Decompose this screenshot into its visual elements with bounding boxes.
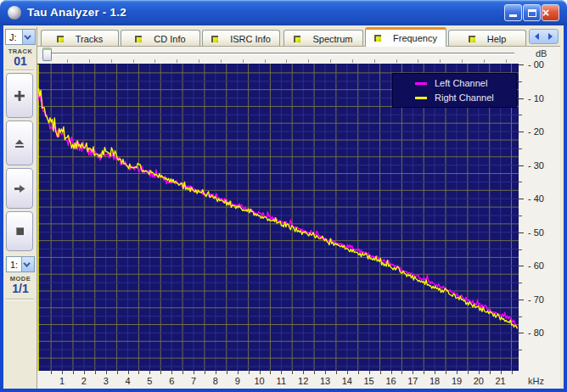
top-ruler-tick (286, 59, 287, 63)
khz-tick (117, 371, 118, 374)
khz-tick (171, 371, 172, 374)
db-tick-minor (519, 283, 522, 283)
close-button[interactable]: × (542, 4, 559, 21)
window-title: Tau Analyzer - 1.2 (27, 6, 126, 19)
tab-cd-info[interactable]: CD Info (121, 30, 200, 47)
position-slider-thumb[interactable] (42, 48, 52, 61)
db-axis: dB - 00- 10- 20- 30- 40- 50- 60- 70- 80 (519, 47, 560, 371)
tab-tracks[interactable]: Tracks (41, 30, 119, 47)
mode-value: 1/1 (3, 282, 37, 295)
db-tick-minor (519, 316, 522, 317)
top-ruler-tick (177, 59, 177, 63)
tab-scroll-left-icon[interactable] (535, 33, 539, 40)
khz-tick (260, 371, 261, 374)
khz-tick (347, 371, 348, 374)
db-tick-label: - 70 (528, 294, 544, 305)
khz-tick (369, 371, 370, 374)
tab-label: ISRC Info (230, 34, 271, 44)
db-tick-major (519, 333, 524, 333)
khz-tick-label: 1 (53, 376, 70, 386)
window-border-right (564, 25, 567, 389)
top-ruler-tick (89, 59, 90, 63)
khz-tick (391, 371, 392, 374)
db-tick-major (519, 132, 524, 132)
khz-tick-label: 12 (295, 376, 312, 386)
khz-tick (435, 371, 435, 374)
add-button[interactable] (6, 73, 33, 118)
khz-tick (227, 371, 227, 374)
khz-tick-label: 9 (229, 376, 246, 386)
next-button[interactable] (6, 168, 33, 209)
eject-button[interactable] (6, 120, 33, 165)
khz-tick (490, 371, 491, 374)
drive-select[interactable]: J: (5, 29, 36, 45)
khz-tick (424, 371, 424, 374)
khz-tick (128, 371, 129, 374)
top-ruler-tick (154, 59, 155, 63)
db-tick-major (519, 232, 524, 233)
window-border-bottom (0, 389, 567, 392)
db-tick-major (519, 165, 524, 166)
close-icon: × (542, 6, 549, 20)
khz-tick-label: 10 (251, 376, 268, 386)
khz-tick (270, 371, 271, 374)
khz-tick (205, 371, 205, 374)
khz-tick (479, 371, 480, 374)
db-tick-minor (519, 81, 522, 82)
top-ruler-tick (462, 59, 463, 63)
khz-tick (501, 371, 502, 374)
khz-tick-label: 14 (339, 376, 356, 386)
tab-frequency[interactable]: Frequency (365, 27, 446, 47)
db-tick-major (519, 199, 524, 199)
db-tick-minor (519, 249, 522, 250)
track-number: 01 (3, 54, 37, 68)
top-ruler-tick (308, 59, 309, 63)
tab-spectrum[interactable]: Spectrum (284, 30, 363, 47)
maximize-button[interactable] (523, 4, 541, 21)
tab-scroll-right-icon[interactable] (548, 33, 553, 40)
legend-item-left: Left Channel (415, 78, 516, 88)
khz-tick-label: 2 (76, 376, 93, 386)
db-tick-label: - 60 (528, 260, 544, 271)
top-ruler-tick (199, 59, 199, 63)
khz-tick-label: 6 (163, 376, 180, 386)
khz-tick-label: 8 (207, 376, 224, 386)
khz-tick (106, 371, 107, 374)
db-tick-minor (519, 216, 522, 216)
chevron-down-icon (24, 32, 31, 39)
khz-tick (468, 371, 469, 374)
title-bar: Tau Analyzer - 1.2 × (0, 0, 567, 25)
eject-icon (14, 138, 25, 148)
mode-select[interactable]: 1: (6, 256, 35, 272)
position-slider-track[interactable] (42, 53, 514, 55)
top-ruler-tick (265, 59, 266, 63)
tab-label: CD Info (154, 34, 185, 44)
plus-icon (14, 90, 25, 102)
khz-tick (336, 371, 337, 374)
khz-tick-label: 11 (272, 376, 289, 386)
top-ruler-tick (440, 59, 441, 63)
tab-help[interactable]: Help (448, 30, 526, 47)
plot-legend: Left Channel Right Channel (392, 73, 517, 108)
tab-scroller (529, 29, 559, 44)
khz-tick (249, 371, 250, 374)
db-tick-major (519, 98, 524, 99)
sidebar-separator (5, 299, 34, 300)
db-tick-label: - 00 (528, 59, 544, 70)
drive-select-drop-button[interactable] (22, 30, 35, 44)
khz-tick-label: 17 (404, 376, 421, 386)
legend-item-right: Right Channel (415, 92, 516, 103)
top-ruler-tick (330, 59, 331, 63)
db-tick-label: - 50 (528, 227, 544, 238)
khz-tick-label: 15 (361, 376, 378, 386)
minimize-button[interactable] (504, 4, 522, 21)
stop-button[interactable] (6, 211, 33, 251)
khz-tick-label: 7 (185, 376, 202, 386)
khz-tick (182, 371, 183, 374)
tab-isrc-info[interactable]: ISRC Info (202, 30, 280, 47)
db-tick-minor (519, 182, 522, 182)
mode-select-drop-button[interactable] (21, 257, 34, 272)
top-ruler-tick (67, 59, 68, 63)
khz-tick (512, 371, 513, 374)
khz-tick (194, 371, 194, 374)
